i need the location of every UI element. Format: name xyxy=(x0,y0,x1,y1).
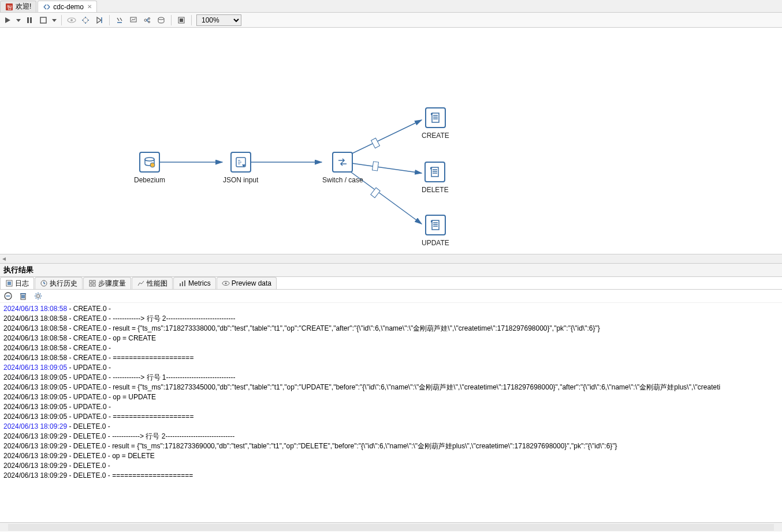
stop-button[interactable] xyxy=(38,15,49,25)
node-label: CREATE xyxy=(422,132,449,140)
chart-icon xyxy=(137,279,145,287)
explore-icon[interactable] xyxy=(176,15,187,25)
separator xyxy=(109,15,110,25)
svg-rect-30 xyxy=(180,18,183,22)
tab-cdc-demo[interactable]: cdc-demo ✕ xyxy=(38,1,97,12)
svg-marker-7 xyxy=(16,19,21,22)
svg-line-62 xyxy=(44,283,45,284)
tab-step-metrics-label: 步骤度量 xyxy=(98,279,126,289)
svg-rect-65 xyxy=(90,284,92,286)
debug-icon[interactable] xyxy=(80,15,91,25)
node-label: JSON input xyxy=(223,176,258,184)
svg-point-28 xyxy=(158,17,164,20)
svg-line-84 xyxy=(36,294,36,294)
run-button[interactable] xyxy=(2,15,13,25)
analyze-icon[interactable] xyxy=(128,15,139,25)
log-line: 2024/06/13 18:09:29 - DELETE.0 - =======… xyxy=(3,471,779,481)
sql-icon[interactable] xyxy=(156,15,166,25)
canvas-scrollbar[interactable]: ◂ xyxy=(0,254,782,263)
replay-icon[interactable] xyxy=(94,15,105,25)
svg-line-4 xyxy=(47,5,50,7)
node-delete[interactable]: DELETE xyxy=(422,162,449,194)
node-debezium[interactable]: Debezium xyxy=(134,152,165,184)
log-line: 2024/06/13 18:09:05 - UPDATE.0 - xyxy=(3,402,779,412)
tab-log[interactable]: 日志 xyxy=(0,277,34,289)
svg-rect-68 xyxy=(182,282,183,286)
node-switch-case[interactable]: Switch / case xyxy=(322,152,363,184)
settings-button[interactable] xyxy=(33,291,43,301)
impact-icon[interactable] xyxy=(142,15,152,25)
log-line: 2024/06/13 18:08:58 - CREATE.0 - -------… xyxy=(3,314,779,324)
svg-rect-46 xyxy=(431,167,438,177)
log-scrollbar[interactable] xyxy=(0,522,782,531)
tab-log-label: 日志 xyxy=(15,279,29,289)
log-line: 2024/06/13 18:08:58 - CREATE.0 - xyxy=(3,304,779,314)
svg-point-13 xyxy=(70,19,73,21)
svg-rect-10 xyxy=(40,17,46,23)
chevron-left-icon[interactable]: ◂ xyxy=(0,254,8,263)
separator xyxy=(171,15,172,25)
svg-line-27 xyxy=(147,20,148,22)
node-update[interactable]: UPDATE xyxy=(422,215,449,247)
svg-rect-8 xyxy=(27,17,29,23)
log-line: 2024/06/13 18:09:05 - UPDATE.0 - result … xyxy=(3,383,779,392)
dropdown-icon[interactable] xyxy=(52,15,57,25)
dropdown-icon[interactable] xyxy=(16,15,21,25)
json-icon xyxy=(234,155,248,169)
tab-metrics[interactable]: Metrics xyxy=(173,277,216,289)
log-line: 2024/06/13 18:09:05 - UPDATE.0 - -------… xyxy=(3,373,779,383)
svg-line-86 xyxy=(36,298,36,298)
node-label: DELETE xyxy=(422,186,449,194)
tab-preview[interactable]: Preview data xyxy=(217,277,277,289)
svg-text:智: 智 xyxy=(7,5,12,10)
svg-marker-11 xyxy=(52,19,57,22)
doc-icon xyxy=(429,218,442,232)
svg-point-23 xyxy=(144,19,147,21)
welcome-icon: 智 xyxy=(5,3,13,11)
log-line: 2024/06/13 18:09:29 - DELETE.0 - op = DE… xyxy=(3,451,779,461)
node-label: UPDATE xyxy=(422,239,449,247)
doc-icon xyxy=(429,111,442,125)
tab-history-label: 执行历史 xyxy=(50,279,77,289)
node-json-input[interactable]: JSON input xyxy=(223,152,258,184)
node-create[interactable]: CREATE xyxy=(422,107,449,140)
canvas-area[interactable]: Debezium JSON input Switch / case CREATE… xyxy=(0,28,782,254)
results-title: 执行结果 xyxy=(0,263,782,277)
tab-perf[interactable]: 性能图 xyxy=(132,277,173,289)
tab-step-metrics[interactable]: 步骤度量 xyxy=(83,277,131,289)
verify-icon[interactable] xyxy=(114,15,125,25)
clear-log-button[interactable] xyxy=(3,291,13,301)
tab-welcome-label: 欢迎! xyxy=(16,2,31,12)
tab-history[interactable]: 执行历史 xyxy=(35,277,83,289)
svg-line-2 xyxy=(44,5,46,7)
log-line: 2024/06/13 18:09:05 - UPDATE.0 - xyxy=(3,363,779,373)
tab-welcome[interactable]: 智 欢迎! xyxy=(0,1,36,12)
svg-rect-63 xyxy=(90,280,92,283)
log-line: 2024/06/13 18:09:05 - UPDATE.0 - op = UP… xyxy=(3,392,779,402)
toolbar: 100% xyxy=(0,13,782,28)
preview-icon[interactable] xyxy=(66,15,77,25)
zoom-select[interactable]: 100% xyxy=(196,14,241,26)
tab-cdc-demo-label: cdc-demo xyxy=(53,3,84,11)
separator xyxy=(191,15,192,25)
svg-marker-19 xyxy=(97,17,101,23)
svg-point-79 xyxy=(37,295,40,298)
log-line: 2024/06/13 18:09:29 - DELETE.0 - xyxy=(3,461,779,471)
log-output[interactable]: 2024/06/13 18:08:58 - CREATE.0 - 2024/06… xyxy=(0,303,782,522)
log-line: 2024/06/13 18:09:29 - DELETE.0 - -------… xyxy=(3,432,779,441)
close-icon[interactable]: ✕ xyxy=(87,3,92,10)
doc-icon xyxy=(428,165,442,179)
database-icon xyxy=(143,155,157,169)
log-line: 2024/06/13 18:08:58 - CREATE.0 - op = CR… xyxy=(3,334,779,343)
svg-rect-41 xyxy=(432,113,439,122)
svg-line-85 xyxy=(40,298,40,298)
svg-point-37 xyxy=(145,158,154,161)
bar-icon xyxy=(178,279,187,287)
eye-icon xyxy=(222,279,230,287)
separator xyxy=(61,15,62,25)
node-label: Debezium xyxy=(134,176,165,184)
delete-button[interactable] xyxy=(18,291,28,301)
pause-button[interactable] xyxy=(24,15,35,25)
svg-line-87 xyxy=(40,294,40,294)
switch-icon xyxy=(336,155,349,169)
